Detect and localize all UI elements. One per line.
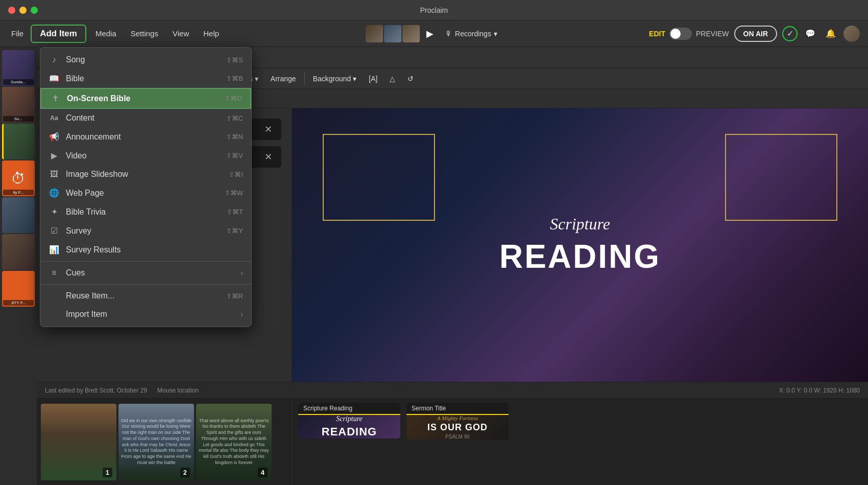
preview-rect-left <box>323 134 435 221</box>
recordings-button[interactable]: 🎙 Recordings ▾ <box>440 27 502 40</box>
video-label: Video <box>66 151 220 160</box>
edit-preview-toggle: EDIT PREVIEW <box>649 28 729 40</box>
image-slideshow-shortcut: ⇧⌘I <box>229 171 243 178</box>
bottom-card-scripture-preview: Scripture READING <box>298 415 400 438</box>
dropdown-item-image-slideshow[interactable]: 🖼 Image Slideshow ⇧⌘I <box>40 165 251 183</box>
on-screen-bible-shortcut: ⇧⌘O <box>225 95 242 102</box>
thumbnail-4[interactable]: That word above all earthly pow'rs No th… <box>196 404 272 480</box>
survey-shortcut: ⇧⌘Y <box>226 227 243 235</box>
bottom-card-sermon-header: Sermon Title <box>406 403 509 415</box>
bc-sermon-text3: PSALM 90 <box>445 434 470 440</box>
menu-media[interactable]: Media <box>88 26 124 41</box>
sidebar-label-2: Su... <box>3 116 34 122</box>
dropdown-item-survey[interactable]: ☑ Survey ⇧⌘Y <box>40 221 251 240</box>
sidebar: Sunda... Su... ⏱ ity F... JITY F... <box>0 47 37 485</box>
dropdown-item-song[interactable]: ♪ Song ⇧⌘S <box>40 51 251 69</box>
bc-sermon-text2: IS OUR GOD <box>427 422 488 433</box>
app-title: Proclaim <box>420 6 448 14</box>
menu-help[interactable]: Help <box>196 26 226 41</box>
sidebar-label-1: Sunda... <box>3 79 34 85</box>
sidebar-item-1[interactable]: Sunda... <box>2 50 35 86</box>
bottom-panel: 1 Did we in our own strength confide Our… <box>37 398 868 485</box>
bible-label: Bible <box>66 74 220 83</box>
dropdown-item-reuse[interactable]: Reuse Item... ⇧⌘R <box>40 287 251 305</box>
content-label: Content <box>66 113 220 123</box>
bible-trivia-label: Bible Trivia <box>66 207 221 217</box>
reuse-shortcut: ⇧⌘R <box>226 292 243 300</box>
dropdown-item-content[interactable]: Aa Content ⇧⌘C <box>40 109 251 127</box>
dropdown-item-on-screen-bible[interactable]: ✝ On-Screen Bible ⇧⌘O <box>40 88 251 109</box>
triangle-button[interactable]: △ <box>385 73 399 84</box>
dropdown-item-import[interactable]: Import Item › <box>40 305 251 324</box>
maximize-button[interactable] <box>31 7 38 14</box>
minimize-button[interactable] <box>19 7 27 14</box>
bc-sermon-text1: A Mighty Fortress <box>437 415 478 421</box>
web-page-icon: 🌐 <box>49 188 60 198</box>
web-page-label: Web Page <box>66 189 219 198</box>
bottom-card-sermon-preview: A Mighty Fortress IS OUR GOD PSALM 90 <box>406 415 509 440</box>
import-label: Import Item <box>66 310 234 319</box>
announcement-label: Announcement <box>66 132 220 142</box>
notification-icon[interactable]: 🔔 <box>823 26 838 41</box>
mouse-location-label: Mouse location <box>157 387 199 394</box>
dropdown-item-bible-trivia[interactable]: ✦ Bible Trivia ⇧⌘T <box>40 202 251 221</box>
text-align-button[interactable]: [A] <box>365 73 381 84</box>
user-avatar[interactable] <box>843 26 860 42</box>
scripture-close-button[interactable]: ✕ <box>261 123 275 136</box>
sidebar-item-6[interactable] <box>2 234 35 270</box>
bottom-card-sermon[interactable]: Sermon Title A Mighty Fortress IS OUR GO… <box>406 403 509 440</box>
thumb-text-4: That word above all earthly pow'rs No th… <box>196 416 272 468</box>
dropdown-divider-1 <box>40 261 251 262</box>
dropdown-item-web-page[interactable]: 🌐 Web Page ⇧⌘W <box>40 183 251 202</box>
thumb-number-1: 1 <box>103 468 112 477</box>
dropdown-item-bible[interactable]: 📖 Bible ⇧⌘B <box>40 69 251 88</box>
add-item-dropdown: ♪ Song ⇧⌘S 📖 Bible ⇧⌘B ✝ On-Screen Bible… <box>40 47 252 327</box>
dropdown-item-video[interactable]: ▶ Video ⇧⌘V <box>40 146 251 165</box>
on-screen-bible-icon: ✝ <box>50 94 61 103</box>
thumb-number-4: 4 <box>258 468 268 477</box>
thumbnail-2[interactable]: Did we in our own strength confide Our s… <box>118 404 194 480</box>
thumbnail-1[interactable]: 1 <box>41 404 116 480</box>
sidebar-item-7[interactable]: JITY F... <box>2 271 35 307</box>
edit-preview-switch[interactable] <box>669 28 692 40</box>
thumb-number-2: 2 <box>180 468 190 477</box>
sidebar-item-5[interactable] <box>2 197 35 233</box>
background-button[interactable]: Background ▾ <box>309 73 361 84</box>
video-shortcut: ⇧⌘V <box>226 152 243 159</box>
sidebar-item-3[interactable] <box>2 124 35 159</box>
menubar: File Add Item Media Settings View Help ▶… <box>0 20 868 47</box>
preview-text-scripture: Scripture <box>550 215 610 234</box>
survey-results-label: Survey Results <box>66 245 237 255</box>
last-edited-text: Last edited by Brett Scott, October 29 <box>45 387 147 394</box>
menu-add-item[interactable]: Add Item <box>31 25 86 43</box>
play-button[interactable]: ▶ <box>423 27 437 41</box>
bottom-card-scripture[interactable]: Scripture Reading Scripture READING <box>298 403 400 438</box>
on-air-button[interactable]: ON AIR <box>734 26 777 42</box>
undo-button[interactable]: ↺ <box>403 73 418 84</box>
menu-settings[interactable]: Settings <box>124 26 165 41</box>
coordinates-text: X: 0.0 Y: 0.0 W: 1920 H: 1080 <box>779 387 860 394</box>
status-icon[interactable]: ✓ <box>782 26 798 41</box>
chat-icon[interactable]: 💬 <box>803 26 818 41</box>
web-page-shortcut: ⇧⌘W <box>225 189 243 197</box>
separator-2 <box>304 73 305 85</box>
preview-text-reading: READING <box>499 238 661 275</box>
bible-icon: 📖 <box>49 74 60 83</box>
window-controls[interactable] <box>8 7 38 14</box>
song-label: Song <box>66 55 220 64</box>
reading-close-button[interactable]: ✕ <box>261 150 275 164</box>
menu-view[interactable]: View <box>165 26 196 41</box>
menu-file[interactable]: File <box>4 26 31 41</box>
preview-pane: Scripture READING <box>292 108 868 382</box>
import-arrow-icon: › <box>240 310 243 318</box>
close-button[interactable] <box>8 7 15 14</box>
recordings-dropdown-icon: ▾ <box>494 30 497 38</box>
cues-icon: ≡ <box>49 268 60 278</box>
dropdown-item-survey-results[interactable]: 📊 Survey Results <box>40 240 251 259</box>
content-icon: Aa <box>49 114 60 122</box>
dropdown-item-cues[interactable]: ≡ Cues › <box>40 264 251 282</box>
sidebar-item-4[interactable]: ⏱ ity F... <box>2 160 35 196</box>
sidebar-item-2[interactable]: Su... <box>2 87 35 123</box>
arrange-button[interactable]: Arrange <box>267 73 300 84</box>
dropdown-item-announcement[interactable]: 📢 Announcement ⇧⌘N <box>40 127 251 146</box>
